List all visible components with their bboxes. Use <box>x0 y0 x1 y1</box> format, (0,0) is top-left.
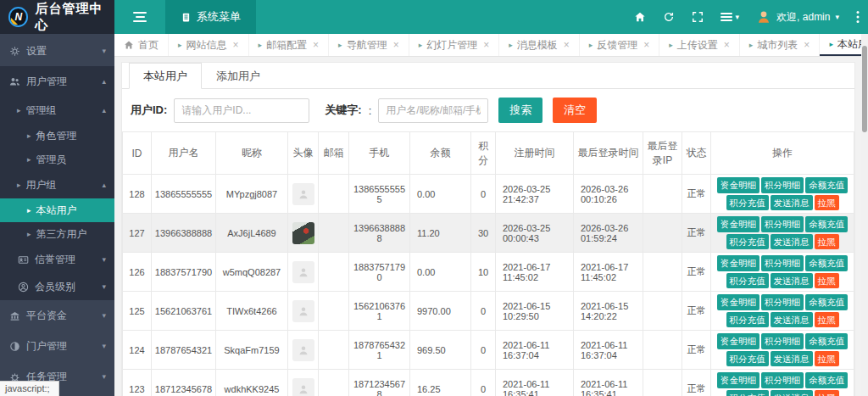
action-button-余额充值[interactable]: 余额充值 <box>805 333 848 349</box>
action-button-拉黑[interactable]: 拉黑 <box>815 312 839 328</box>
tab-导航管理[interactable]: ▸导航管理× <box>329 34 409 56</box>
action-button-积分明细[interactable]: 积分明细 <box>761 333 804 349</box>
action-button-积分明细[interactable]: 积分明细 <box>761 255 804 271</box>
sidebar-item-管理组[interactable]: ▸管理组▴ <box>0 97 114 124</box>
tab-幻灯片管理[interactable]: ▸幻灯片管理× <box>409 34 500 56</box>
tab-home[interactable]: 首页 <box>114 34 169 56</box>
sidebar-item-门户管理[interactable]: 门户管理▾ <box>0 331 114 361</box>
sidebar-item-第三方用户[interactable]: ▸第三方用户 <box>0 222 114 246</box>
action-button-发送消息[interactable]: 发送消息 <box>771 390 813 396</box>
action-button-发送消息[interactable]: 发送消息 <box>771 195 813 211</box>
page-scrollbar[interactable] <box>861 34 868 396</box>
action-button-发送消息[interactable]: 发送消息 <box>771 351 813 367</box>
action-button-积分充值[interactable]: 积分充值 <box>726 351 769 367</box>
tab-caret-icon: ▸ <box>178 41 182 49</box>
cell-username: 18712345678 <box>152 370 216 396</box>
clear-button[interactable]: 清空 <box>553 98 597 123</box>
action-button-余额充值[interactable]: 余额充值 <box>805 372 848 388</box>
sidebar-item-用户管理[interactable]: 用户管理▴ <box>0 66 114 97</box>
panel-tab-add-user[interactable]: 添加用户 <box>202 63 275 89</box>
cell-username: 18837571790 <box>152 253 216 292</box>
search-button[interactable]: 搜索 <box>498 98 542 123</box>
keyword-extra-colon: : <box>369 104 372 117</box>
tab-上传设置[interactable]: ▸上传设置× <box>659 34 740 56</box>
panel-tab-site-users[interactable]: 本站用户 <box>129 63 202 89</box>
action-button-积分明细[interactable]: 积分明细 <box>761 294 804 310</box>
action-button-资金明细[interactable]: 资金明细 <box>717 333 760 349</box>
action-button-积分明细[interactable]: 积分明细 <box>761 372 804 388</box>
sidebar-item-角色管理[interactable]: ▸角色管理 <box>0 124 114 148</box>
scrollbar-thumb[interactable] <box>862 46 867 132</box>
sidebar-item-管理员[interactable]: ▸管理员 <box>0 148 114 171</box>
tab-城市列表[interactable]: ▸城市列表× <box>740 34 821 56</box>
close-icon[interactable]: × <box>724 39 730 51</box>
sidebar-item-设置[interactable]: 设置▾ <box>0 36 114 66</box>
action-button-积分充值[interactable]: 积分充值 <box>726 195 769 211</box>
action-button-发送消息[interactable]: 发送消息 <box>771 273 813 289</box>
user-menu[interactable]: 欢迎, admin ▾ <box>756 9 839 25</box>
sidebar-item-用户组[interactable]: ▸用户组▴ <box>0 171 114 198</box>
menu-item-system-menu[interactable]: 系统菜单 <box>165 0 256 34</box>
cell-status: 正常 <box>682 253 711 292</box>
action-button-拉黑[interactable]: 拉黑 <box>815 234 839 250</box>
member-icon <box>17 282 30 293</box>
tab-反馈管理[interactable]: ▸反馈管理× <box>580 34 660 56</box>
action-button-拉黑[interactable]: 拉黑 <box>815 195 839 211</box>
action-button-积分明细[interactable]: 积分明细 <box>761 216 804 232</box>
sidebar-item-label: 第三方用户 <box>36 227 87 242</box>
action-button-余额充值[interactable]: 余额充值 <box>805 294 848 310</box>
action-button-积分明细[interactable]: 积分明细 <box>761 177 804 193</box>
refresh-icon[interactable] <box>663 11 675 23</box>
close-icon[interactable]: × <box>804 39 810 51</box>
cell-last_login: 2021-06-15 14:20:22 <box>574 292 643 331</box>
close-icon[interactable]: × <box>483 39 489 51</box>
action-button-发送消息[interactable]: 发送消息 <box>771 234 813 250</box>
search-toolbar: 用户ID: 关键字: : 搜索 清空 <box>122 89 854 131</box>
layout-menu-dropdown[interactable]: ▾ <box>721 11 740 23</box>
sidebar-item-本站用户[interactable]: ▸本站用户 <box>0 198 114 222</box>
action-button-余额充值[interactable]: 余额充值 <box>805 177 848 193</box>
action-button-资金明细[interactable]: 资金明细 <box>717 216 760 232</box>
action-button-积分充值[interactable]: 积分充值 <box>726 312 769 328</box>
action-button-积分充值[interactable]: 积分充值 <box>726 390 769 396</box>
users-icon <box>8 76 21 87</box>
action-button-资金明细[interactable]: 资金明细 <box>717 294 760 310</box>
column-header-用户名: 用户名 <box>152 132 216 175</box>
close-icon[interactable]: × <box>313 39 319 51</box>
action-button-余额充值[interactable]: 余额充值 <box>805 216 848 232</box>
action-button-拉黑[interactable]: 拉黑 <box>815 390 839 396</box>
action-button-积分充值[interactable]: 积分充值 <box>726 234 769 250</box>
action-button-发送消息[interactable]: 发送消息 <box>771 312 813 328</box>
sidebar-item-label: 管理员 <box>36 153 67 167</box>
keyword-input[interactable] <box>378 98 488 123</box>
action-button-资金明细[interactable]: 资金明细 <box>717 255 760 271</box>
home-icon[interactable] <box>634 11 646 23</box>
close-icon[interactable]: × <box>643 39 649 51</box>
cell-nickname: TIWx6t4266 <box>216 292 288 331</box>
action-button-资金明细[interactable]: 资金明细 <box>717 372 760 388</box>
table-row: 12813865555555MYpzgj8087138655555550.000… <box>123 175 854 214</box>
action-button-积分充值[interactable]: 积分充值 <box>726 273 769 289</box>
tab-消息模板[interactable]: ▸消息模板× <box>499 34 580 56</box>
app-logo[interactable]: N 后台管理中心 <box>0 0 114 34</box>
table-row: 12318712345678wdkhKK92451871234567816.25… <box>123 370 854 396</box>
action-button-拉黑[interactable]: 拉黑 <box>815 273 839 289</box>
chevron-down-icon: ▾ <box>102 372 106 381</box>
action-button-资金明细[interactable]: 资金明细 <box>717 177 760 193</box>
action-button-拉黑[interactable]: 拉黑 <box>815 351 839 367</box>
tab-label: 上传设置 <box>677 38 718 53</box>
more-options-icon[interactable] <box>856 10 860 24</box>
action-button-余额充值[interactable]: 余额充值 <box>805 255 848 271</box>
tab-网站信息[interactable]: ▸网站信息× <box>169 34 249 56</box>
close-icon[interactable]: × <box>393 39 399 51</box>
sidebar-item-会员级别[interactable]: 会员级别▾ <box>0 273 114 300</box>
fullscreen-icon[interactable] <box>692 11 704 23</box>
cell-balance: 0.00 <box>410 175 471 214</box>
user-id-input[interactable] <box>174 98 309 123</box>
tab-邮箱配置[interactable]: ▸邮箱配置× <box>249 34 330 56</box>
sidebar-toggle-icon[interactable] <box>114 0 165 34</box>
sidebar-item-平台资金[interactable]: 平台资金▾ <box>0 300 114 331</box>
close-icon[interactable]: × <box>233 39 239 51</box>
sidebar-item-信誉管理[interactable]: 信誉管理▾ <box>0 246 114 273</box>
close-icon[interactable]: × <box>564 39 570 51</box>
